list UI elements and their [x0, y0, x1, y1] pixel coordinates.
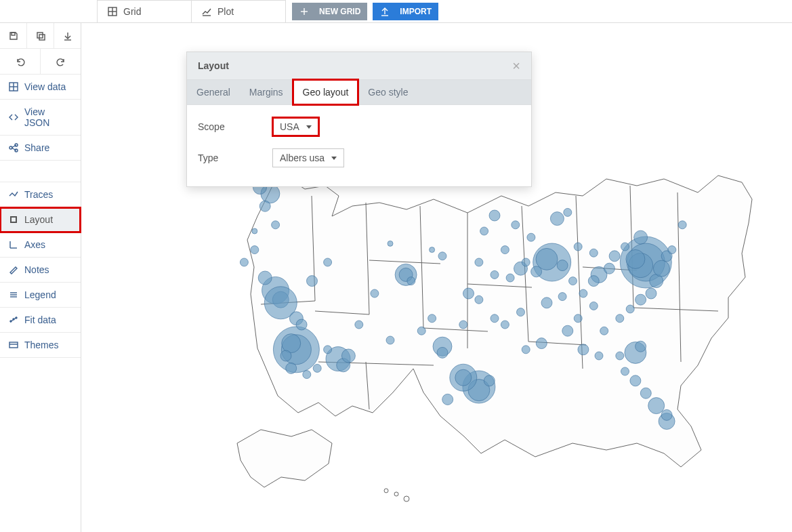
- top-actions: NEW GRID IMPORT: [292, 0, 438, 22]
- tab-grid-label: Grid: [123, 6, 141, 17]
- tab-grid[interactable]: Grid: [97, 0, 192, 22]
- tab-plot[interactable]: Plot: [191, 0, 286, 22]
- new-grid-label: NEW GRID: [319, 7, 360, 16]
- grid-icon: [107, 6, 118, 17]
- plus-icon: [299, 6, 310, 17]
- import-label: IMPORT: [400, 7, 432, 16]
- tab-plot-label: Plot: [217, 6, 234, 17]
- new-grid-button[interactable]: NEW GRID: [292, 3, 367, 20]
- import-button[interactable]: IMPORT: [373, 3, 438, 20]
- plot-icon: [201, 6, 212, 17]
- upload-icon: [379, 6, 390, 17]
- top-tabs: Grid Plot NEW GRID IMPORT: [0, 0, 792, 23]
